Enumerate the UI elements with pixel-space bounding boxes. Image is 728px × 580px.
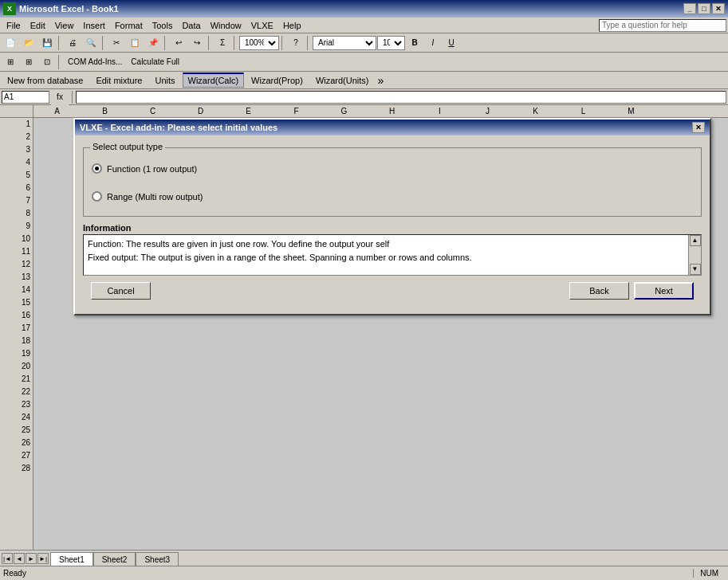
row-num-25[interactable]: 25	[0, 424, 33, 437]
font-name-select[interactable]: Arial	[313, 36, 376, 50]
function-wizard-btn[interactable]: fx	[51, 89, 69, 105]
row-num-4[interactable]: 4	[0, 156, 33, 169]
sheet-tab-3[interactable]: Sheet3	[136, 552, 179, 566]
corner-cell[interactable]	[0, 105, 33, 117]
menu-view[interactable]: View	[50, 19, 79, 32]
addon-wizard-calc[interactable]: Wizard(Calc)	[183, 72, 245, 88]
col-header-f[interactable]: F	[273, 105, 321, 117]
row-num-3[interactable]: 3	[0, 143, 33, 156]
col-header-l[interactable]: L	[560, 105, 608, 117]
scroll-down-btn[interactable]: ▼	[690, 264, 701, 275]
col-header-b[interactable]: B	[81, 105, 129, 117]
row-num-15[interactable]: 15	[0, 296, 33, 309]
row-num-21[interactable]: 21	[0, 373, 33, 386]
tb2-btn2[interactable]: ⊞	[20, 54, 37, 70]
menu-edit[interactable]: Edit	[26, 19, 50, 32]
row-num-12[interactable]: 12	[0, 258, 33, 271]
bold-button[interactable]: B	[406, 35, 423, 51]
menu-format[interactable]: Format	[110, 19, 148, 32]
tab-nav-next[interactable]: ►	[26, 553, 37, 564]
formula-input[interactable]	[76, 91, 726, 104]
addon-new-from-db[interactable]: New from database	[2, 72, 89, 88]
back-button[interactable]: Back	[569, 282, 629, 300]
row-num-19[interactable]: 19	[0, 347, 33, 360]
menu-insert[interactable]: Insert	[78, 19, 110, 32]
paste-button[interactable]: 📌	[144, 35, 162, 51]
redo-button[interactable]: ↪	[188, 35, 206, 51]
scroll-up-btn[interactable]: ▲	[690, 235, 701, 246]
col-header-k[interactable]: K	[512, 105, 560, 117]
row-num-24[interactable]: 24	[0, 411, 33, 424]
help-button[interactable]: ?	[287, 35, 305, 51]
minimize-button[interactable]: _	[683, 3, 696, 14]
zoom-select[interactable]: 100%	[239, 36, 279, 50]
menu-file[interactable]: File	[2, 19, 26, 32]
menu-tools[interactable]: Tools	[148, 19, 178, 32]
row-num-14[interactable]: 14	[0, 284, 33, 296]
row-num-18[interactable]: 18	[0, 335, 33, 347]
tab-nav-last[interactable]: ►|	[37, 553, 49, 564]
print-button[interactable]: 🖨	[64, 35, 81, 51]
col-header-i[interactable]: I	[416, 105, 464, 117]
row-num-1[interactable]: 1	[0, 118, 33, 131]
row-num-8[interactable]: 8	[0, 207, 33, 220]
sum-button[interactable]: Σ	[214, 35, 231, 51]
sheet-tab-1[interactable]: Sheet1	[50, 552, 93, 566]
print-preview-button[interactable]: 🔍	[82, 35, 100, 51]
addon-wizard-units[interactable]: Wizard(Units)	[310, 72, 375, 88]
tab-nav-prev[interactable]: ◄	[14, 553, 25, 564]
radio-range[interactable]	[92, 191, 102, 202]
col-header-j[interactable]: J	[464, 105, 512, 117]
sheet-content[interactable]: VLXE - Excel add-in: Please select initi…	[33, 118, 728, 580]
menu-window[interactable]: Window	[206, 19, 246, 32]
maximize-button[interactable]: □	[698, 3, 710, 14]
row-num-13[interactable]: 13	[0, 271, 33, 284]
cut-button[interactable]: ✂	[108, 35, 125, 51]
row-num-10[interactable]: 10	[0, 233, 33, 245]
undo-button[interactable]: ↩	[170, 35, 187, 51]
row-num-7[interactable]: 7	[0, 194, 33, 207]
row-num-16[interactable]: 16	[0, 309, 33, 322]
menu-help[interactable]: Help	[278, 19, 306, 32]
tb2-btn3[interactable]: ⊡	[38, 54, 56, 70]
help-search-box[interactable]: Type a question for help	[599, 19, 726, 32]
option-range[interactable]: Range (Multi row output)	[92, 180, 693, 208]
tab-nav-first[interactable]: |◄	[2, 553, 13, 564]
next-button[interactable]: Next	[634, 282, 694, 300]
sheet-tab-2[interactable]: Sheet2	[93, 552, 136, 566]
row-num-11[interactable]: 11	[0, 245, 33, 258]
new-button[interactable]: 📄	[2, 35, 19, 51]
close-button[interactable]: ✕	[712, 3, 725, 14]
radio-function[interactable]	[92, 163, 102, 174]
open-button[interactable]: 📂	[20, 35, 37, 51]
cancel-button[interactable]: Cancel	[91, 282, 151, 300]
col-header-h[interactable]: H	[368, 105, 416, 117]
row-num-17[interactable]: 17	[0, 322, 33, 335]
save-button[interactable]: 💾	[38, 35, 56, 51]
option-function[interactable]: Function (1 row output)	[92, 152, 693, 180]
col-header-m[interactable]: M	[608, 105, 655, 117]
col-header-e[interactable]: E	[225, 105, 273, 117]
addon-expand-btn[interactable]: »	[376, 74, 386, 87]
row-num-22[interactable]: 22	[0, 386, 33, 398]
row-num-28[interactable]: 28	[0, 462, 33, 475]
menu-data[interactable]: Data	[177, 19, 205, 32]
addon-wizard-prop[interactable]: Wizard(Prop)	[246, 72, 309, 88]
underline-button[interactable]: U	[443, 35, 460, 51]
col-header-g[interactable]: G	[321, 105, 368, 117]
dialog-close-button[interactable]: ✕	[692, 122, 705, 133]
row-num-20[interactable]: 20	[0, 360, 33, 373]
copy-button[interactable]: 📋	[126, 35, 144, 51]
row-num-9[interactable]: 9	[0, 220, 33, 233]
addon-edit-mixture[interactable]: Edit mixture	[90, 72, 148, 88]
addon-units[interactable]: Units	[149, 72, 180, 88]
tb2-btn1[interactable]: ⊞	[2, 54, 19, 70]
row-num-6[interactable]: 6	[0, 182, 33, 194]
row-num-27[interactable]: 27	[0, 449, 33, 462]
col-header-a[interactable]: A	[33, 105, 81, 117]
name-box[interactable]: A1	[2, 91, 49, 104]
row-num-5[interactable]: 5	[0, 169, 33, 182]
row-num-26[interactable]: 26	[0, 437, 33, 449]
calculate-full[interactable]: Calculate Full	[127, 54, 183, 70]
menu-vlxe[interactable]: VLXE	[246, 19, 278, 32]
